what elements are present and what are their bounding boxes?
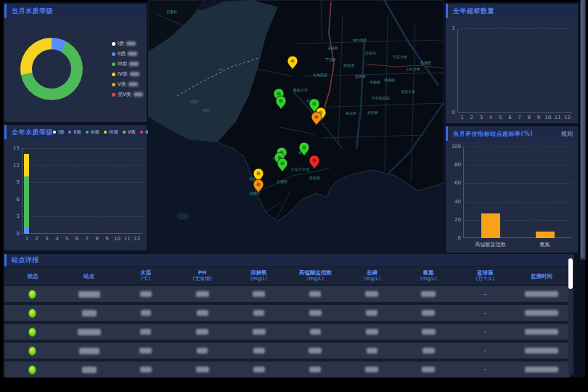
- map-place-label: 凤都路: [384, 78, 395, 83]
- blurred-value: [309, 310, 322, 316]
- panel-header: 全年超标数量: [446, 4, 578, 18]
- page-scrollbar-track[interactable]: [580, 0, 586, 260]
- map-island: [190, 99, 199, 104]
- table-scrollbar-thumb[interactable]: [568, 258, 573, 289]
- x-tick-label: 8: [528, 115, 531, 121]
- y-tick-label: 3: [8, 213, 20, 219]
- blurred-value: [422, 367, 435, 372]
- value-cell: [118, 348, 174, 354]
- legend-dot: [112, 93, 115, 97]
- rate-bar[interactable]: [481, 213, 500, 238]
- value-cell: [343, 291, 400, 297]
- column-header-总磷: 总磷(mg/L): [343, 269, 400, 282]
- blurred-value: [197, 348, 208, 354]
- x-axis-line: [22, 233, 142, 234]
- algae-cell: -: [457, 329, 513, 335]
- status-normal-dot: [28, 309, 36, 318]
- blurred-value: [309, 291, 321, 297]
- gridline: [457, 28, 572, 29]
- value-cell: [287, 291, 344, 297]
- time-cell: [513, 329, 570, 335]
- column-name: PH: [198, 269, 207, 276]
- column-name: 溶解氧: [250, 269, 267, 276]
- panel-title: 当月评价指标站点超标率(%): [453, 130, 533, 138]
- table-scrollbar-track[interactable]: [568, 256, 573, 375]
- map-place-label: 薛家里: [309, 176, 320, 180]
- blurred-value: [253, 329, 266, 335]
- stacked-bar-chart[interactable]: 03691215123456789101112: [22, 148, 142, 234]
- table-row[interactable]: -: [4, 324, 570, 340]
- blurred-station-name: [82, 310, 97, 317]
- column-unit: (无量纲): [192, 276, 211, 282]
- column-name: 高锰酸盐指数: [299, 269, 332, 276]
- rate-bar[interactable]: [536, 232, 555, 238]
- value-cell: [174, 310, 231, 316]
- legend-label: III类: [91, 129, 99, 136]
- page-scrollbar-thumb[interactable]: [581, 0, 585, 258]
- x-tick-label: 8: [96, 236, 99, 242]
- legend-dot: [123, 131, 126, 134]
- station-cell: [61, 329, 118, 335]
- column-name: 总磷: [367, 269, 377, 276]
- panel-title: 全年水质等级: [12, 128, 53, 137]
- blurred-value: [366, 329, 378, 335]
- map-place-label: 华亚影剧院: [372, 96, 390, 101]
- gridline: [463, 147, 572, 147]
- y-tick-label: 60: [449, 180, 461, 186]
- blurred-value: [365, 367, 378, 372]
- table-row[interactable]: -: [4, 362, 570, 377]
- legend-label: 劣V类: [118, 91, 131, 98]
- x-tick-label: 3: [480, 115, 483, 121]
- gridline: [463, 165, 572, 166]
- value-cell: [287, 367, 344, 372]
- donut-legend: I类II类III类IV类V类劣V类: [112, 40, 143, 98]
- table-row[interactable]: -: [4, 305, 570, 321]
- blurred-value: [196, 329, 208, 335]
- legend-dot: [86, 131, 89, 134]
- map-place-label: 东坡桥: [327, 46, 338, 50]
- blurred-station-name: [79, 348, 99, 354]
- blurred-datetime: [525, 329, 558, 335]
- blurred-value: [196, 367, 209, 372]
- rate-bar-chart[interactable]: 020406080100高锰酸盐指数氨氮: [463, 147, 572, 238]
- legend-label: IV类: [109, 129, 118, 136]
- map-place-label: 郑家港: [343, 63, 354, 68]
- table-row[interactable]: -: [4, 286, 570, 302]
- empty-bar-chart[interactable]: 01123456789101112: [457, 28, 572, 113]
- legend-dot: [112, 52, 115, 56]
- value-cell: [343, 367, 400, 372]
- legend-dot: [104, 131, 107, 134]
- column-header-监测时间: 监测时间: [513, 273, 570, 279]
- map-place-label: 高逸西路: [313, 73, 327, 78]
- blurred-value: [422, 348, 435, 354]
- blurred-value: [140, 329, 151, 335]
- time-cell: [513, 310, 570, 316]
- panel-month-exceed-rate: 当月评价指标站点超标率(%) 规则 020406080100高锰酸盐指数氨氮: [446, 126, 578, 253]
- panel-month-water-grade: 当月水质等级 I类II类III类IV类V类劣V类: [4, 4, 147, 122]
- legend-label: I类: [118, 40, 124, 47]
- blurred-value: [141, 310, 151, 316]
- value-cell: [174, 367, 231, 372]
- column-name: 水温: [140, 269, 151, 276]
- stacked-bar-segment[interactable]: [24, 228, 29, 234]
- stacked-bar-segment[interactable]: [24, 176, 29, 228]
- x-tick-label: 6: [508, 115, 511, 121]
- y-tick-label: 0: [8, 231, 20, 237]
- station-cell: [61, 291, 118, 298]
- legend-label: IV类: [118, 70, 128, 78]
- table-row[interactable]: -: [4, 343, 570, 359]
- map-panel[interactable]: 石夏村城中地区东坡桥昆南街天安大桥宁信桥机场路郑家港小白洋桥高逸西路慧风桥凤都路…: [148, 0, 444, 256]
- stacked-bar-segment[interactable]: [24, 154, 29, 176]
- rule-link[interactable]: 规则: [561, 130, 573, 138]
- station-cell: [61, 367, 118, 373]
- blurred-station-name: [78, 329, 101, 335]
- map-place-label: 文化艺术馆: [291, 167, 309, 172]
- column-unit: (mg/L): [364, 276, 380, 282]
- algae-cell: -: [457, 310, 513, 317]
- y-tick-label: 20: [449, 217, 461, 223]
- station-cell: [61, 348, 118, 354]
- city-map[interactable]: 石夏村城中地区东坡桥昆南街天安大桥宁信桥机场路郑家港小白洋桥高逸西路慧风桥凤都路…: [148, 0, 444, 256]
- y-axis-line: [463, 147, 464, 238]
- status-normal-dot: [28, 327, 36, 337]
- blurred-datetime: [525, 310, 558, 316]
